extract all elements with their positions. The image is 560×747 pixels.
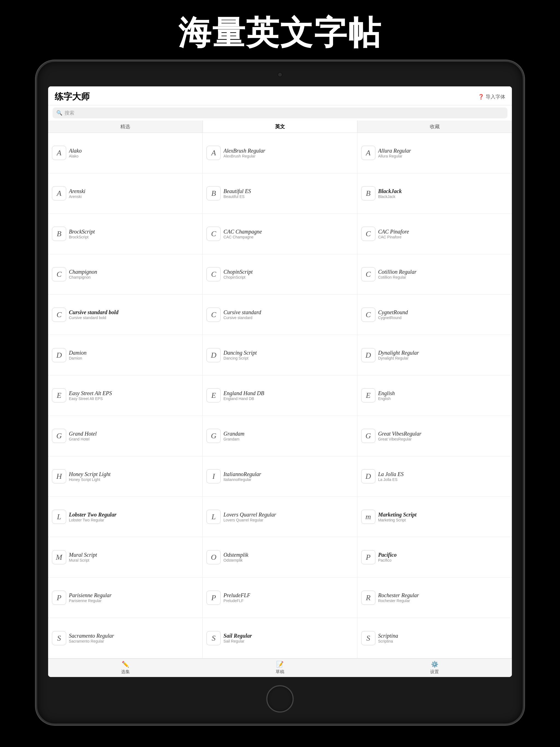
font-info: Mural ScriptMural Script [69, 552, 97, 562]
font-icon: B [52, 227, 66, 241]
font-info: Sacramento RegularSacramento Regular [69, 633, 114, 643]
font-list-item[interactable]: HHoney Script LightHoney Script Light [48, 456, 203, 497]
font-name-label: Easy Street Alt EPS [69, 396, 112, 401]
font-name-label: Scriptina [378, 639, 398, 643]
font-name-display: AlexBrush Regular [223, 148, 265, 154]
font-icon: m [361, 510, 376, 524]
font-name-display: Lovers Quarrel Regular [223, 512, 276, 518]
font-name-display: Lobster Two Regular [69, 512, 117, 518]
font-list-item[interactable]: RRochester RegularRochester Regular [357, 577, 512, 618]
font-list-item[interactable]: OOdstemplikOdstemplik [203, 537, 357, 577]
font-list-item[interactable]: mMarketing ScriptMarketing Script [357, 497, 512, 537]
font-name-label: Damion [69, 356, 86, 360]
font-list-item[interactable]: DDynalight RegularDynalight Regular [357, 335, 512, 376]
font-icon: A [52, 146, 66, 160]
font-list-item[interactable]: EEnglishEnglish [357, 376, 512, 416]
font-list-item[interactable]: CCygnetRoundCygnetRound [357, 294, 512, 335]
font-list-item[interactable]: CCursive standardCursive standard [203, 294, 357, 335]
font-info: Honey Script LightHoney Script Light [69, 471, 110, 482]
font-icon: G [52, 429, 66, 443]
font-list-item[interactable]: LLobster Two RegularLobster Two Regular [48, 497, 203, 537]
bottom-tab-practice[interactable]: 📝 草稿 [203, 661, 357, 675]
font-info: Easy Street Alt EPSEasy Street Alt EPS [69, 390, 112, 401]
font-list-item[interactable]: PPacificoPacifico [357, 537, 512, 577]
font-list-item[interactable]: AAllura RegularAllura Regular [357, 133, 512, 173]
font-list-item[interactable]: LLovers Quarrel RegularLovers Quarrel Re… [203, 497, 357, 537]
font-list-item[interactable]: IItaliannoRegularItaliannoRegular [203, 456, 357, 497]
font-icon: P [361, 550, 376, 564]
import-button[interactable]: ❓ 导入字体 [478, 94, 505, 100]
font-list-item[interactable]: SSail RegularSail Regular [203, 618, 357, 659]
font-list-item[interactable]: SScriptinaScriptina [357, 618, 512, 659]
font-list-item[interactable]: BBlackJackBlackJack [357, 173, 512, 214]
top-bar: 练字大师 ❓ 导入字体 [48, 86, 512, 105]
font-name-display: Parisienne Regular [69, 592, 111, 598]
font-name-label: ItaliannoRegular [223, 478, 261, 482]
font-name-label: Pacifico [378, 558, 397, 562]
font-list-item[interactable]: BBrockScriptBrockScript [48, 214, 203, 254]
font-name-label: Grandam [223, 437, 245, 441]
font-name-label: Cotillion Regular [378, 275, 417, 279]
font-name-label: Sail Regular [223, 639, 252, 643]
font-list-item[interactable]: AAlexBrush RegularAlexBrush Regular [203, 133, 357, 173]
font-list-item[interactable]: DLa Jolla ESLa Jolla ES [357, 456, 512, 497]
font-name-display: ChopinScript [223, 269, 253, 275]
font-icon: E [52, 388, 66, 403]
tab-featured[interactable]: 精选 [48, 121, 203, 133]
font-icon: P [52, 591, 66, 605]
font-name-display: BlackJack [378, 188, 402, 195]
font-list-item[interactable]: PPreludeFLFPreludeFLF [203, 577, 357, 618]
font-list-item[interactable]: GGreat VibesRegularGreat VibesRegular [357, 416, 512, 456]
font-list-item[interactable]: BBeautiful ESBeautiful ES [203, 173, 357, 214]
search-input[interactable]: 🔍 搜索 [52, 107, 508, 119]
font-list-item[interactable]: PParisienne RegularParisienne Regular [48, 577, 203, 618]
font-list-item[interactable]: AArenskiArenski [48, 173, 203, 214]
font-name-display: CAC Champagne [223, 229, 262, 235]
font-list: AAlakoAlakoAAlexBrush RegularAlexBrush R… [48, 133, 512, 659]
font-list-item[interactable]: CCAC PinaforeCAC Pinafore [357, 214, 512, 254]
font-name-display: Sail Regular [223, 633, 252, 639]
font-list-item[interactable]: EEasy Street Alt EPSEasy Street Alt EPS [48, 376, 203, 416]
tab-favorites[interactable]: 收藏 [357, 121, 512, 133]
font-list-item[interactable]: CCotillion RegularCotillion Regular [357, 254, 512, 295]
font-list-item[interactable]: EEngland Hand DBEngland Hand DB [203, 376, 357, 416]
home-button[interactable] [266, 685, 294, 713]
font-list-item[interactable]: DDancing ScriptDancing Script [203, 335, 357, 376]
gear-icon: ⚙️ [431, 661, 438, 668]
search-icon: 🔍 [56, 110, 62, 116]
font-name-label: Dancing Script [223, 356, 257, 360]
font-name-display: Cotillion Regular [378, 269, 417, 275]
font-icon: A [206, 146, 221, 160]
font-info: ChopinScriptChopinScript [223, 269, 253, 279]
font-info: La Jolla ESLa Jolla ES [378, 471, 404, 482]
draft-icon: 📝 [276, 661, 284, 668]
font-list-item[interactable]: CChopinScriptChopinScript [203, 254, 357, 295]
font-icon: C [361, 267, 376, 281]
font-name-label: Odstemplik [223, 558, 248, 562]
bottom-tab-settings[interactable]: ⚙️ 设置 [357, 661, 512, 675]
font-list-item[interactable]: GGrandamGrandam [203, 416, 357, 456]
import-label: 导入字体 [486, 94, 505, 100]
font-icon: D [361, 469, 376, 483]
bottom-tab-select[interactable]: ✏️ 选集 [48, 661, 203, 675]
tab-english[interactable]: 英文 [203, 121, 358, 133]
font-name-label: CAC Pinafore [378, 235, 409, 239]
font-info: ArenskiArenski [69, 188, 85, 199]
font-list-item[interactable]: CCursive standard boldCursive standard b… [48, 294, 203, 335]
font-list-item[interactable]: CChampignonChampignon [48, 254, 203, 295]
font-icon: C [206, 267, 221, 281]
font-name-display: BrockScript [69, 229, 95, 235]
font-name-label: Sacramento Regular [69, 639, 114, 643]
font-icon: L [206, 510, 221, 524]
font-name-label: Arenski [69, 195, 85, 199]
font-list-item[interactable]: DDamionDamion [48, 335, 203, 376]
font-list-item[interactable]: SSacramento RegularSacramento Regular [48, 618, 203, 659]
font-list-item[interactable]: MMural ScriptMural Script [48, 537, 203, 577]
font-list-item[interactable]: AAlakoAlako [48, 133, 203, 173]
font-info: AlakoAlako [69, 148, 82, 158]
font-name-label: England Hand DB [223, 396, 264, 401]
font-list-item[interactable]: GGrand HotelGrand Hotel [48, 416, 203, 456]
font-info: Dancing ScriptDancing Script [223, 350, 257, 360]
font-info: AlexBrush RegularAlexBrush Regular [223, 148, 265, 158]
font-list-item[interactable]: CCAC ChampagneCAC Champagne [203, 214, 357, 254]
